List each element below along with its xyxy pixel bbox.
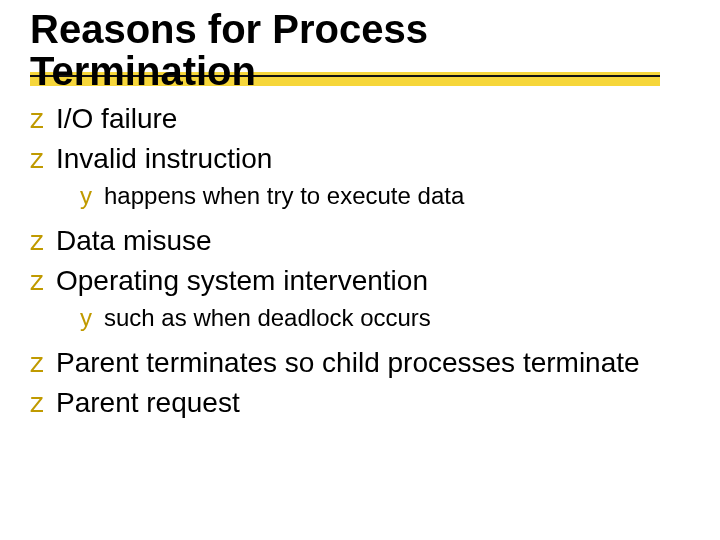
list-item-label: Invalid instruction xyxy=(56,143,272,174)
list-item: zParent terminates so child processes te… xyxy=(30,344,700,382)
bullet-z-icon: z xyxy=(30,222,56,260)
list-item: zInvalid instruction xyxy=(30,140,700,178)
bullet-z-icon: z xyxy=(30,344,56,382)
list-item-label: Data misuse xyxy=(56,225,212,256)
slide: Reasons for Process Termination zI/O fai… xyxy=(0,0,720,540)
list-item: zData misuse xyxy=(30,222,700,260)
list-subitem-label: such as when deadlock occurs xyxy=(104,304,431,331)
list-item: zParent request xyxy=(30,384,700,422)
page-title: Reasons for Process Termination xyxy=(30,8,660,92)
title-wrap: Reasons for Process Termination xyxy=(30,8,700,92)
bullet-z-icon: z xyxy=(30,262,56,300)
bullet-z-icon: z xyxy=(30,384,56,422)
list-subitem-label: happens when try to execute data xyxy=(104,182,464,209)
list-item: zI/O failure xyxy=(30,100,700,138)
bullet-z-icon: z xyxy=(30,140,56,178)
list-item-label: Parent terminates so child processes ter… xyxy=(56,347,640,378)
list-item-label: Operating system intervention xyxy=(56,265,428,296)
bullet-z-icon: z xyxy=(30,100,56,138)
list-item: zOperating system intervention xyxy=(30,262,700,300)
bullet-y-icon: y xyxy=(80,302,104,334)
list-item-label: I/O failure xyxy=(56,103,177,134)
bullet-y-icon: y xyxy=(80,180,104,212)
list-item-label: Parent request xyxy=(56,387,240,418)
list-subitem: ysuch as when deadlock occurs xyxy=(80,302,700,334)
list-subitem: yhappens when try to execute data xyxy=(80,180,700,212)
slide-body: zI/O failure zInvalid instruction yhappe… xyxy=(30,98,700,422)
